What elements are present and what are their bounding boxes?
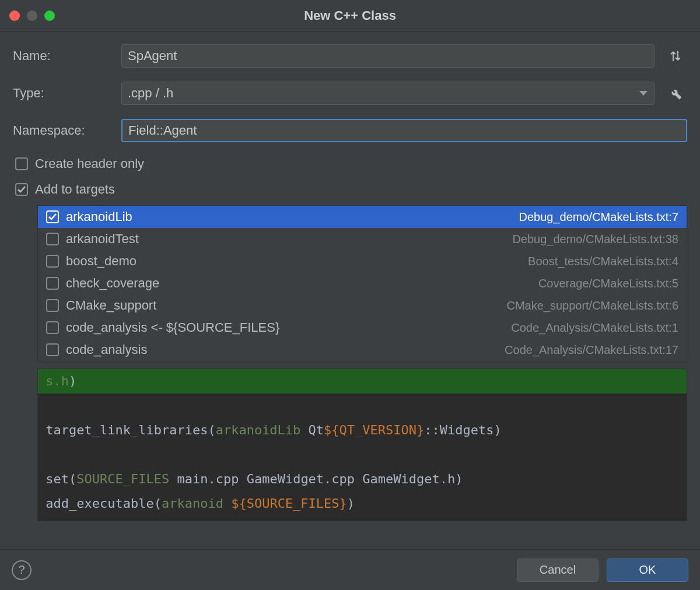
- target-path: Code_Analysis/CMakeLists.txt:1: [511, 321, 678, 335]
- target-item[interactable]: check_coverageCoverage/CMakeLists.txt:5: [38, 272, 687, 294]
- target-item[interactable]: boost_demoBoost_tests/CMakeLists.txt:4: [38, 250, 687, 272]
- close-window-icon[interactable]: [9, 10, 20, 21]
- dialog-footer: ? Cancel OK: [0, 549, 700, 590]
- code-token: s: [46, 374, 53, 388]
- code-preview: s.h) target_link_libraries(arkanoidLib Q…: [37, 368, 687, 521]
- target-item[interactable]: arkanoidLibDebug_demo/CMakeLists.txt:7: [38, 206, 687, 228]
- target-name: CMake_support: [66, 298, 156, 313]
- target-name: arkanoidTest: [66, 231, 139, 247]
- targets-list: arkanoidLibDebug_demo/CMakeLists.txt:7ar…: [37, 205, 687, 361]
- code-token: ::Widgets: [424, 423, 494, 437]
- code-token: arkanoidLib: [216, 423, 301, 437]
- target-item[interactable]: CMake_supportCMake_support/CMakeLists.tx…: [38, 294, 687, 317]
- cancel-button[interactable]: Cancel: [517, 559, 598, 582]
- chevron-down-icon: [639, 91, 648, 96]
- code-token: Qt: [309, 423, 324, 437]
- code-token: .h: [54, 374, 69, 388]
- code-token: add_executable: [46, 496, 153, 511]
- namespace-input[interactable]: [121, 119, 687, 142]
- sort-arrows-icon[interactable]: [664, 44, 687, 68]
- target-path: CMake_support/CMakeLists.txt:6: [506, 299, 678, 312]
- target-path: Boost_tests/CMakeLists.txt:4: [528, 255, 678, 268]
- type-label: Type:: [13, 86, 112, 101]
- code-token: target_link_libraries: [46, 423, 208, 437]
- name-label: Name:: [13, 48, 112, 64]
- target-item[interactable]: arkanoidTestDebug_demo/CMakeLists.txt:38: [38, 228, 687, 250]
- add-targets-label: Add to targets: [35, 182, 115, 197]
- target-name: check_coverage: [66, 276, 159, 291]
- target-checkbox[interactable]: [46, 210, 59, 223]
- code-token: set: [46, 472, 69, 486]
- namespace-label: Namespace:: [13, 123, 112, 138]
- code-token: ${SOURCE_FILES}: [231, 496, 347, 511]
- target-checkbox[interactable]: [46, 277, 59, 290]
- code-token: main.cpp GameWidget.cpp GameWidget.h: [177, 472, 455, 486]
- target-checkbox[interactable]: [46, 233, 59, 245]
- target-checkbox[interactable]: [46, 255, 59, 268]
- window-controls: [9, 10, 55, 21]
- window-title: New C++ Class: [0, 8, 700, 23]
- target-path: Code_Analysis/CMakeLists.txt:17: [505, 343, 678, 357]
- ok-button[interactable]: OK: [607, 559, 688, 582]
- code-token: ${QT_VERSION}: [324, 423, 424, 437]
- header-only-label: Create header only: [35, 156, 144, 171]
- type-select[interactable]: .cpp / .h: [121, 82, 654, 105]
- target-item[interactable]: code_analysisCode_Analysis/CMakeLists.tx…: [38, 339, 687, 361]
- target-checkbox[interactable]: [46, 299, 59, 312]
- header-only-checkbox[interactable]: [15, 157, 28, 170]
- wrench-icon[interactable]: [664, 82, 687, 105]
- target-path: Debug_demo/CMakeLists.txt:38: [512, 233, 678, 246]
- target-checkbox[interactable]: [46, 343, 59, 356]
- header-only-row[interactable]: Create header only: [15, 156, 687, 171]
- code-token: target_link_libraries: [46, 521, 208, 521]
- code-token: ): [69, 374, 76, 388]
- target-name: arkanoidLib: [66, 209, 132, 224]
- target-checkbox[interactable]: [46, 321, 59, 334]
- code-token: arkanoidLib: [285, 521, 370, 521]
- target-name: code_analysis <- ${SOURCE_FILES}: [66, 320, 279, 335]
- help-button[interactable]: ?: [12, 560, 32, 580]
- type-select-value: .cpp / .h: [128, 86, 173, 101]
- minimize-window-icon[interactable]: [27, 10, 37, 21]
- code-token: arkanoid: [162, 496, 223, 511]
- title-bar: New C++ Class: [0, 0, 700, 31]
- maximize-window-icon[interactable]: [44, 10, 55, 21]
- code-token: arkanoid: [216, 521, 278, 521]
- target-path: Coverage/CMakeLists.txt:5: [538, 277, 678, 290]
- add-targets-checkbox[interactable]: [15, 183, 28, 196]
- target-item[interactable]: code_analysis <- ${SOURCE_FILES}Code_Ana…: [38, 317, 687, 339]
- add-targets-row[interactable]: Add to targets: [15, 182, 687, 197]
- target-name: code_analysis: [66, 342, 147, 357]
- name-input[interactable]: [121, 44, 654, 68]
- target-path: Debug_demo/CMakeLists.txt:7: [519, 210, 678, 224]
- target-name: boost_demo: [66, 254, 136, 269]
- code-token: SOURCE_FILES: [76, 472, 169, 486]
